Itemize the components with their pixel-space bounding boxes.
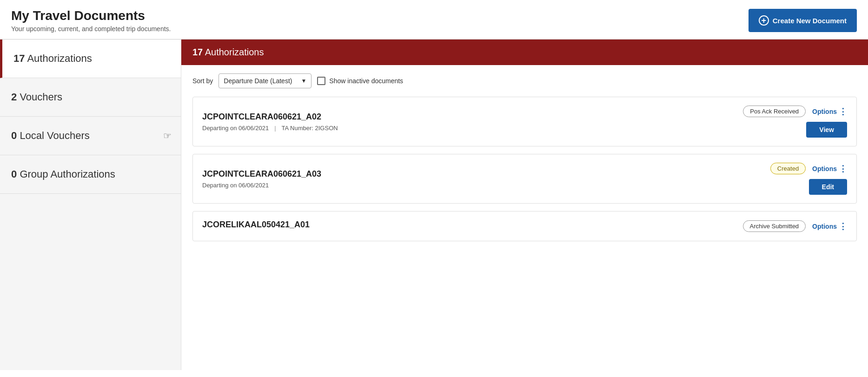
cursor-icon: ☞ [163,130,172,141]
doc-right-3: Archive Submitted Options ⋮ [743,220,847,232]
edit-button-2[interactable]: Edit [809,179,847,195]
doc-right-1: Pos Ack Received Options ⋮ View [743,106,847,138]
sidebar-item-authorizations[interactable]: 17 Authorizations [0,40,181,78]
doc-top-right-2: Created Options ⋮ [770,163,847,174]
sort-select[interactable]: Departure Date (Latest) ▼ [219,73,311,88]
status-badge-2: Created [770,163,806,174]
sidebar-local-vouchers-label: Local Vouchers [20,130,89,141]
options-dots-icon-1: ⋮ [839,106,847,117]
page-subtitle: Your upcoming, current, and completed tr… [11,25,171,33]
show-inactive-checkbox-wrapper[interactable]: Show inactive documents [317,77,403,85]
plus-icon: + [759,15,769,26]
status-badge-3: Archive Submitted [743,220,806,232]
doc-title-1: JCPOINTCLEARA060621_A02 [202,112,743,122]
options-link-2[interactable]: Options ⋮ [812,164,847,174]
chevron-left-icon: < [0,89,1,105]
create-btn-label: Create New Document [773,17,847,25]
doc-top-right-1: Pos Ack Received Options ⋮ [743,106,847,117]
section-count: 17 [192,47,203,57]
sidebar-vouchers-label: Vouchers [20,91,62,103]
sidebar: 17 Authorizations < 2 Vouchers 0 Local V… [0,40,181,370]
status-badge-1: Pos Ack Received [743,106,806,117]
toolbar: Sort by Departure Date (Latest) ▼ Show i… [181,65,868,97]
page-header: My Travel Documents Your upcoming, curre… [0,0,868,40]
sort-by-label: Sort by [192,77,213,85]
document-card-3: JCORELIKAAL050421_A01 Archive Submitted … [192,211,857,241]
sidebar-item-vouchers[interactable]: < 2 Vouchers [0,78,181,117]
options-link-1[interactable]: Options ⋮ [812,106,847,117]
doc-ta-1: TA Number: 2IGSON [282,125,338,132]
section-header: 17 Authorizations [181,40,868,65]
sidebar-local-vouchers-count: 0 [11,130,17,141]
doc-sub-2: Departing on 06/06/2021 [202,182,770,189]
sidebar-authorizations-count: 17 [13,53,25,64]
view-button-1[interactable]: View [806,122,847,138]
doc-title-3: JCORELIKAAL050421_A01 [202,220,743,230]
doc-info-1: JCPOINTCLEARA060621_A02 Departing on 06/… [202,112,743,132]
doc-top-right-3: Archive Submitted Options ⋮ [743,220,847,232]
show-inactive-label: Show inactive documents [329,77,403,85]
create-new-document-button[interactable]: + Create New Document [749,9,857,32]
header-title-block: My Travel Documents Your upcoming, curre… [11,8,171,33]
options-link-3[interactable]: Options ⋮ [812,221,847,231]
document-card-2: JCPOINTCLEARA060621_A03 Departing on 06/… [192,154,857,204]
doc-right-2: Created Options ⋮ Edit [770,163,847,195]
sort-value: Departure Date (Latest) [224,77,292,85]
sidebar-group-auth-count: 0 [11,168,17,180]
document-card-1: JCPOINTCLEARA060621_A02 Departing on 06/… [192,97,857,146]
options-dots-icon-2: ⋮ [839,164,847,174]
options-dots-icon-3: ⋮ [839,221,847,231]
doc-info-2: JCPOINTCLEARA060621_A03 Departing on 06/… [202,169,770,189]
page-title: My Travel Documents [11,8,171,23]
sidebar-authorizations-label: Authorizations [27,53,92,64]
show-inactive-checkbox[interactable] [317,77,325,85]
options-label-3: Options [812,223,837,230]
separator-1: | [274,125,276,132]
doc-info-3: JCORELIKAAL050421_A01 [202,220,743,232]
doc-departure-1: Departing on 06/06/2021 [202,125,269,132]
options-label-2: Options [812,165,837,172]
sidebar-item-local-vouchers[interactable]: 0 Local Vouchers ☞ [0,117,181,155]
sidebar-vouchers-count: 2 [11,91,17,103]
main-layout: 17 Authorizations < 2 Vouchers 0 Local V… [0,40,868,370]
doc-departure-2: Departing on 06/06/2021 [202,182,269,189]
sidebar-item-group-authorizations[interactable]: 0 Group Authorizations [0,155,181,194]
doc-sub-1: Departing on 06/06/2021 | TA Number: 2IG… [202,125,743,132]
content-area: 17 Authorizations Sort by Departure Date… [181,40,868,370]
chevron-down-icon: ▼ [301,78,306,84]
sidebar-group-auth-label: Group Authorizations [20,168,115,180]
options-label-1: Options [812,108,837,115]
section-label: Authorizations [205,47,264,57]
doc-title-2: JCPOINTCLEARA060621_A03 [202,169,770,179]
